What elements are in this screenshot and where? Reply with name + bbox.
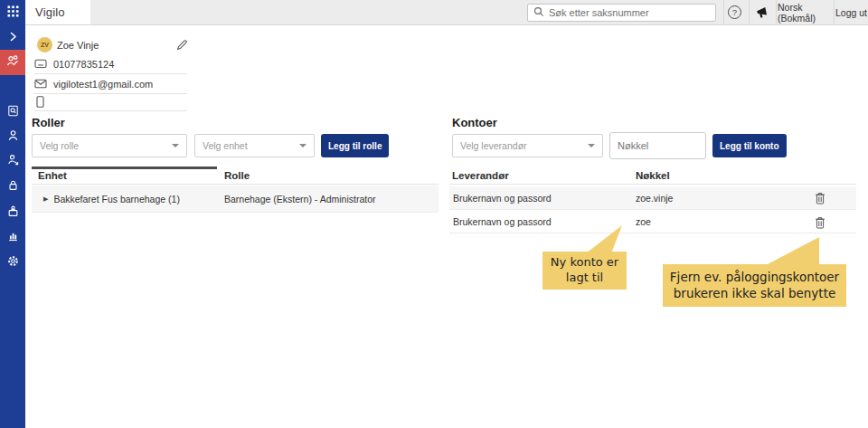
account-row-provider: Brukernavn og passord	[453, 193, 552, 204]
callout-tail	[579, 223, 633, 255]
app-title: Vigilo	[35, 5, 65, 19]
pencil-icon	[176, 39, 188, 51]
phone-icon	[34, 56, 47, 72]
chevron-right-expand-icon	[7, 30, 19, 46]
trash-icon	[815, 192, 826, 204]
delete-account-button[interactable]	[815, 216, 826, 229]
search-icon	[533, 5, 544, 21]
help-icon: ?	[732, 7, 737, 17]
accounts-col-provider: Leverandør	[452, 170, 509, 181]
add-role-button[interactable]: Legg til rolle	[321, 134, 389, 157]
case-search-box[interactable]	[527, 4, 716, 22]
sidebar-item-statistics[interactable]	[0, 224, 25, 250]
roles-header-rule	[32, 184, 439, 185]
account-row-key: zoe	[636, 216, 651, 227]
topbar-divider	[776, 0, 777, 24]
callout-new-account: Ny konto er lagt til	[542, 252, 627, 290]
announcements-megaphone-icon	[755, 7, 770, 23]
account-table-row[interactable]: Brukernavn og passord zoe	[449, 210, 856, 233]
language-label: Norsk (Bokmål)	[778, 2, 834, 24]
app-window: Vigilo ? Norsk (Bokmål)	[0, 0, 868, 428]
roles-col-unit: Enhet	[38, 170, 67, 181]
person-icon	[6, 128, 20, 146]
sidebar-item-settings[interactable]	[0, 250, 25, 275]
user-name: Zoe Vinje	[57, 40, 99, 51]
envelope-icon	[34, 76, 47, 92]
phone-row: 01077835124	[34, 55, 187, 74]
role-row-unit: Bakkefaret Fus barnehage (1)	[53, 194, 180, 204]
help-button[interactable]: ?	[728, 5, 741, 19]
trash-icon	[815, 216, 826, 229]
announcements-button[interactable]	[755, 5, 770, 20]
provider-select[interactable]: Velg leverandør	[452, 134, 603, 157]
account-row-provider: Brukernavn og passord	[453, 216, 552, 227]
user-phone-value: 01077835124	[53, 59, 114, 70]
person-link-icon	[6, 153, 20, 170]
callout-text-line: Fjern ev. påloggingskontoer	[670, 270, 839, 286]
mobile-phone-icon	[36, 95, 44, 111]
sidebar-item-workplace[interactable]	[0, 200, 25, 225]
avatar-initials: ZV	[41, 42, 49, 48]
account-key-input[interactable]	[609, 132, 706, 159]
callout-text-line: brukeren ikke skal benytte	[674, 286, 835, 302]
search-input[interactable]	[549, 7, 710, 18]
accounts-col-key: Nøkkel	[636, 170, 670, 181]
apps-grid-button[interactable]	[0, 0, 25, 25]
email-row: vigilotest1@gmail.com	[34, 75, 187, 94]
workplace-icon	[6, 204, 20, 222]
callout-tail	[760, 233, 823, 268]
sidebar-nav	[0, 25, 25, 428]
account-table-row[interactable]: Brukernavn og passord zoe.vinje	[449, 186, 856, 210]
statistics-icon	[6, 229, 20, 246]
settings-gear-icon	[6, 254, 20, 271]
delete-account-button[interactable]	[815, 192, 826, 204]
logout-button[interactable]: Logg ut	[835, 0, 868, 24]
users-roles-icon	[5, 53, 20, 71]
callout-text-line: lagt til	[566, 271, 603, 286]
accounts-header-rule	[449, 184, 856, 185]
chevron-down-icon	[299, 144, 307, 147]
role-select[interactable]: Velg rolle	[32, 134, 187, 157]
role-row-role: Barnehage (Ekstern) - Administrator	[224, 194, 376, 204]
edit-user-button[interactable]	[176, 38, 188, 50]
roles-table-scrollbar[interactable]	[32, 166, 217, 169]
account-row-key: zoe.vinje	[636, 193, 673, 204]
roles-section-title: Roller	[32, 116, 65, 129]
add-account-button[interactable]: Legg til konto	[712, 134, 787, 157]
sidebar-item-lock[interactable]	[0, 174, 25, 199]
sidebar-item-person-link[interactable]	[0, 148, 25, 174]
case-search-icon	[6, 104, 20, 121]
chevron-down-icon	[588, 144, 595, 147]
chevron-down-icon	[172, 144, 179, 147]
brand-zone: Vigilo	[25, 0, 90, 24]
language-selector[interactable]: Norsk (Bokmål)	[778, 0, 834, 24]
expand-row-icon[interactable]: ▶	[43, 195, 48, 203]
user-email-value: vigilotest1@gmail.com	[53, 79, 153, 90]
sidebar-item-person[interactable]	[0, 124, 25, 149]
provider-select-placeholder: Velg leverandør	[460, 140, 582, 151]
unit-select[interactable]: Velg enhet	[194, 134, 315, 157]
sidebar-expand-button[interactable]	[0, 25, 25, 51]
apps-grid-icon	[7, 5, 19, 21]
topbar-divider	[723, 0, 724, 24]
callout-text-line: Ny konto er	[551, 255, 618, 271]
unit-select-placeholder: Velg enhet	[203, 140, 294, 151]
topbar-divider	[749, 0, 750, 24]
lock-icon	[6, 178, 20, 195]
top-bar: Vigilo ? Norsk (Bokmål)	[0, 0, 868, 25]
accounts-section-title: Kontoer	[452, 116, 497, 129]
role-select-placeholder: Velg rolle	[40, 140, 166, 151]
sidebar-item-case-search[interactable]	[0, 100, 25, 125]
avatar: ZV	[37, 37, 52, 52]
logout-label: Logg ut	[835, 7, 867, 18]
sidebar-item-users-roles[interactable]	[0, 50, 25, 75]
callout-remove-accounts: Fjern ev. påloggingskontoer brukeren ikk…	[663, 264, 846, 307]
role-table-row[interactable]: ▶ Bakkefaret Fus barnehage (1) Barnehage…	[32, 185, 439, 213]
roles-col-role: Rolle	[224, 170, 250, 181]
mobile-row	[34, 95, 187, 111]
